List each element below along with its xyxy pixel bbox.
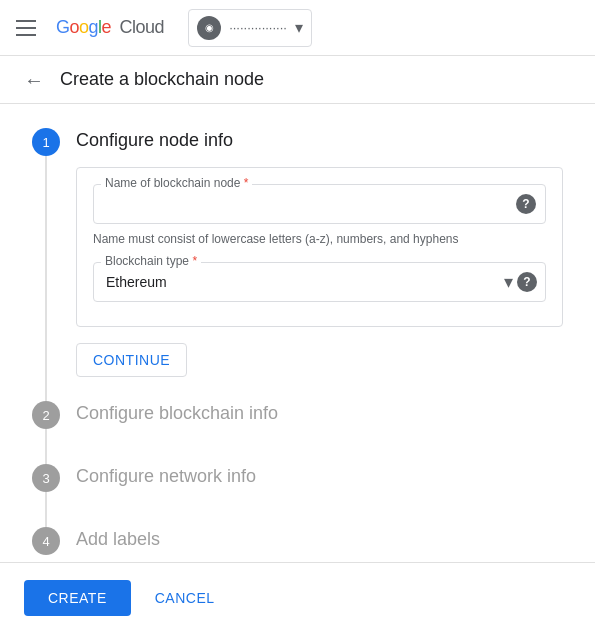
step-2-content: Configure blockchain info — [76, 401, 563, 464]
bottom-bar: CREATE CANCEL — [0, 562, 595, 632]
step-1-line — [45, 156, 47, 401]
step-2: 2 Configure blockchain info — [32, 401, 563, 464]
step-1-title: Configure node info — [76, 130, 563, 151]
blockchain-type-wrapper: Blockchain type * Ethereum ▾ ? — [93, 262, 546, 302]
step-3: 3 Configure network info — [32, 464, 563, 527]
step-4: 4 Add labels — [32, 527, 563, 562]
step-1-content: Configure node info Name of blockchain n… — [76, 128, 563, 401]
step-3-number: 3 — [32, 464, 60, 492]
blockchain-type-label: Blockchain type * — [101, 254, 201, 268]
step-1-form: Name of blockchain node * ? Name must co… — [76, 167, 563, 327]
step-4-left: 4 — [32, 527, 60, 562]
step-4-content: Add labels — [76, 527, 563, 562]
create-button[interactable]: CREATE — [24, 580, 131, 616]
required-asterisk: * — [244, 176, 249, 190]
step-2-title: Configure blockchain info — [76, 403, 563, 424]
step-2-line — [45, 429, 47, 464]
continue-button[interactable]: CONTINUE — [76, 343, 187, 377]
blockchain-type-help-icon[interactable]: ? — [517, 272, 537, 292]
cancel-button[interactable]: CANCEL — [147, 580, 223, 616]
step-3-content: Configure network info — [76, 464, 563, 527]
node-name-hint: Name must consist of lowercase letters (… — [93, 232, 546, 246]
step-4-title: Add labels — [76, 529, 563, 550]
blockchain-type-select[interactable]: Ethereum ▾ ? — [93, 262, 546, 302]
project-name: ················ — [229, 20, 287, 35]
project-avatar: ◉ — [197, 16, 221, 40]
node-name-label: Name of blockchain node * — [101, 176, 252, 190]
step-3-left: 3 — [32, 464, 60, 527]
hamburger-menu-icon[interactable] — [16, 16, 40, 40]
node-name-wrapper: Name of blockchain node * ? — [93, 184, 546, 224]
step-4-number: 4 — [32, 527, 60, 555]
node-name-help-icon[interactable]: ? — [516, 194, 536, 214]
google-cloud-logo: Google Cloud — [56, 17, 164, 38]
back-button[interactable]: ← — [24, 70, 44, 90]
main-content: 1 Configure node info Name of blockchain… — [0, 104, 595, 562]
node-name-input[interactable] — [93, 184, 546, 224]
page-title: Create a blockchain node — [60, 69, 264, 90]
step-3-line — [45, 492, 47, 527]
step-1-left: 1 — [32, 128, 60, 401]
page-header: ← Create a blockchain node — [0, 56, 595, 104]
top-nav: Google Cloud ◉ ················ ▾ — [0, 0, 595, 56]
project-selector[interactable]: ◉ ················ ▾ — [188, 9, 312, 47]
step-1-number: 1 — [32, 128, 60, 156]
step-3-title: Configure network info — [76, 466, 563, 487]
chevron-down-icon: ▾ — [295, 18, 303, 37]
step-1: 1 Configure node info Name of blockchain… — [32, 128, 563, 401]
select-arrow-icon: ▾ — [504, 271, 513, 293]
step-2-left: 2 — [32, 401, 60, 464]
step-2-number: 2 — [32, 401, 60, 429]
